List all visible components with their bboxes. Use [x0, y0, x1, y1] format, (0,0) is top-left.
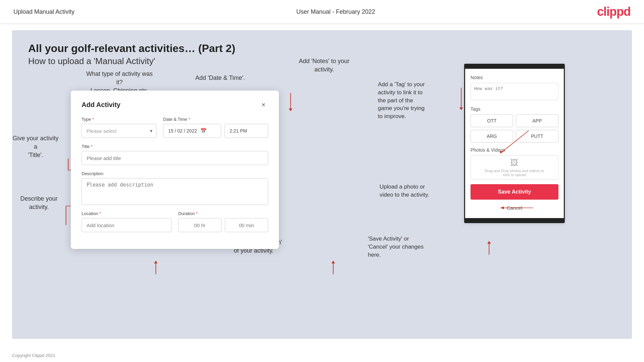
duration-min-input[interactable]	[225, 218, 268, 232]
location-group: Location *	[82, 211, 171, 232]
title-label: Title *	[82, 144, 268, 149]
duration-hr-input[interactable]	[178, 218, 221, 232]
title-input[interactable]	[82, 151, 268, 165]
tag-putt[interactable]: PUTT	[516, 130, 558, 143]
tag-app[interactable]: APP	[516, 114, 558, 127]
description-label: Description	[82, 171, 268, 176]
page-title: All your golf-relevant activities… (Part…	[28, 42, 616, 55]
duration-label: Duration *	[178, 211, 268, 216]
title-group: Title *	[82, 144, 268, 165]
svg-marker-12	[154, 261, 158, 264]
notes-section-label: Notes	[470, 75, 558, 80]
date-input[interactable]: 15 / 02 / 2022 📅	[163, 124, 221, 138]
svg-marker-16	[459, 107, 463, 110]
tags-grid: OTT APP ARG PUTT	[470, 114, 558, 143]
type-select-wrapper: Please select ▾	[82, 124, 156, 138]
app-panel: Notes Tags OTT APP ARG PUTT Photos & Vid…	[464, 64, 565, 223]
callout-notes: Add 'Notes' to your activity.	[287, 57, 361, 74]
manual-label: User Manual - February 2022	[296, 8, 375, 15]
type-select[interactable]: Please select	[82, 124, 156, 138]
notes-textarea[interactable]	[470, 83, 558, 100]
app-panel-inner: Notes Tags OTT APP ARG PUTT Photos & Vid…	[465, 69, 564, 218]
photos-upload-text: Drag and Drop photos and videos or click…	[485, 169, 544, 177]
callout-date-time: Add 'Date & Time'.	[190, 74, 250, 82]
datetime-label: Date & Time *	[163, 117, 268, 122]
callout-save: 'Save Activity' or 'Cancel' your changes…	[368, 235, 452, 259]
page-label: Upload Manual Activity	[13, 8, 75, 15]
time-input[interactable]: 2:21 PM	[225, 124, 268, 138]
app-bottom-bar	[465, 218, 564, 222]
callout-give-title: Give your activity a 'Title'.	[12, 134, 59, 160]
top-bar: Upload Manual Activity User Manual - Feb…	[0, 0, 644, 24]
save-activity-button[interactable]: Save Activity	[470, 184, 558, 200]
svg-marker-22	[487, 241, 491, 244]
date-time-inputs: 15 / 02 / 2022 📅 2:21 PM	[163, 124, 268, 138]
type-label: Type *	[82, 117, 156, 122]
location-input[interactable]	[82, 218, 171, 232]
tag-ott[interactable]: OTT	[470, 114, 513, 127]
datetime-group: Date & Time * 15 / 02 / 2022 📅 2:21 PM	[163, 117, 268, 138]
tag-arg[interactable]: ARG	[470, 130, 513, 143]
photos-dropzone[interactable]: 🖼 Drag and Drop photos and videos or cli…	[470, 155, 558, 179]
callout-describe-activity: Describe your activity.	[15, 195, 62, 211]
main-content: All your golf-relevant activities… (Part…	[12, 30, 632, 339]
type-datetime-row: Type * Please select ▾ Date & Time * 15 …	[82, 117, 268, 138]
calendar-icon: 📅	[200, 128, 207, 134]
close-button[interactable]: ×	[259, 100, 268, 109]
app-top-bar	[465, 65, 564, 69]
type-group: Type * Please select ▾	[82, 117, 156, 138]
svg-marker-14	[332, 261, 335, 264]
photo-icon: 🖼	[510, 158, 518, 167]
cancel-link[interactable]: Cancel	[470, 203, 558, 213]
svg-marker-4	[289, 108, 292, 111]
description-textarea[interactable]	[82, 178, 268, 205]
duration-inputs	[178, 218, 268, 232]
location-label: Location *	[82, 211, 171, 216]
duration-group: Duration *	[178, 211, 268, 232]
logo: clippd	[597, 5, 631, 19]
copyright-text: Copyright Clippd 2021	[12, 353, 55, 358]
photos-section-label: Photos & Videos	[470, 147, 558, 153]
description-group: Description	[82, 171, 268, 205]
footer: Copyright Clippd 2021	[12, 353, 55, 358]
location-duration-row: Location * Duration *	[82, 211, 268, 232]
add-activity-modal: Add Activity × Type * Please select ▾ Da…	[71, 91, 279, 249]
callout-tag: Add a 'Tag' to your activity to link it …	[378, 81, 458, 120]
tags-section-label: Tags	[470, 106, 558, 112]
callout-upload: Upload a photo or video to the activity.	[380, 183, 453, 199]
modal-header: Add Activity ×	[82, 100, 268, 109]
modal-title: Add Activity	[82, 101, 120, 109]
